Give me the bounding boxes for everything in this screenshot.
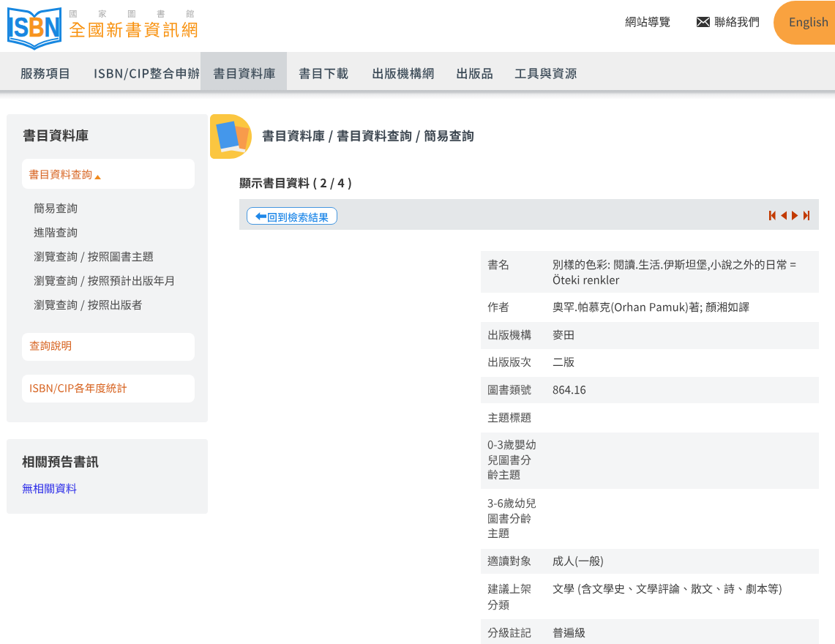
svg-text:ISBN: ISBN	[7, 12, 60, 42]
